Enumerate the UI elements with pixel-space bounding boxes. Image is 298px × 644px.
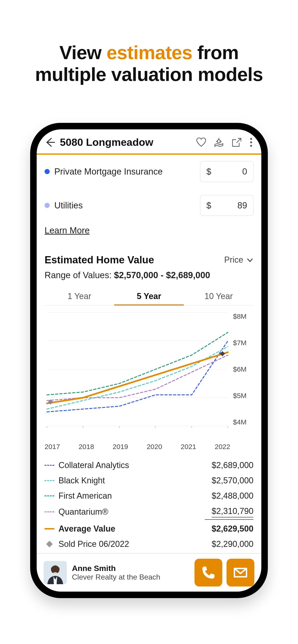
legend-value: $2,310,790 [212,506,253,518]
range-of-values: Range of Values: $2,570,000 - $2,689,000 [45,266,253,287]
time-range-tabs: 1 Year 5 Year 10 Year [45,287,253,306]
legend-row: First American$2,488,000 [45,488,253,504]
legend-row: Collateral Analytics$2,689,000 [45,458,253,473]
agent-name: Anne Smith [72,564,160,573]
agent-bar: Anne Smith Clever Realty at the Beach [37,553,261,592]
legend-name: Quantarium® [59,507,108,517]
label-pmi: Private Mortgage Insurance [54,167,163,177]
chart-area: $8M$7M$6M$5M$4M [45,306,253,440]
tab-10year[interactable]: 10 Year [184,287,253,305]
x-tick-label: 2020 [147,443,162,451]
x-tick-label: 2019 [113,443,128,451]
input-pmi[interactable]: $ 0 [200,161,253,182]
y-tick-label: $5M [233,392,253,400]
chevron-down-icon [246,256,253,263]
legend-swatch [45,496,54,496]
chart-legend: Collateral Analytics$2,689,000Black Knig… [45,458,253,552]
chart-y-labels: $8M$7M$6M$5M$4M [230,310,253,440]
learn-more-link[interactable]: Learn More [45,222,90,245]
agent-avatar[interactable] [44,561,67,584]
legend-name: Black Knight [59,476,105,486]
legend-swatch [45,528,54,530]
app-screen: 5080 Longmeadow Private Mortgage Insuran… [37,129,261,592]
agent-info: Anne Smith Clever Realty at the Beach [72,564,160,582]
legend-name: Average Value [59,524,115,534]
heart-icon[interactable] [196,137,207,148]
call-button[interactable] [194,559,222,586]
legend-swatch [45,465,54,466]
tab-5year[interactable]: 5 Year [114,287,184,305]
page-title: 5080 Longmeadow [60,136,153,148]
legend-value: $2,629,500 [212,524,253,534]
x-tick-label: 2022 [215,443,230,451]
section-header: Estimated Home Value Price [45,245,253,266]
chart-x-labels: 201720182019202020212022 [45,440,253,451]
legend-value: $2,290,000 [212,539,253,549]
legend-value: $2,488,000 [212,491,253,501]
legend-swatch [45,542,54,546]
share-icon[interactable] [231,137,242,148]
more-icon[interactable] [249,138,253,147]
legend-row: Black Knight$2,570,000 [45,473,253,488]
legend-row: Quantarium®$2,310,790 [45,504,253,520]
mail-icon [233,565,248,580]
email-button[interactable] [226,559,254,586]
legend-swatch [45,480,54,481]
input-utilities[interactable]: $ 89 [200,195,253,216]
y-tick-label: $7M [233,339,253,347]
phone-icon [201,565,216,580]
legend-name: Sold Price 06/2022 [59,539,129,549]
x-tick-label: 2021 [181,443,196,451]
legend-name: First American [59,491,112,501]
dot-utilities [45,203,50,208]
dot-pmi [45,169,50,174]
tab-1year[interactable]: 1 Year [45,287,114,305]
label-utilities: Utilities [54,200,83,210]
top-bar: 5080 Longmeadow [37,129,261,154]
section-title: Estimated Home Value [45,254,154,266]
legend-row: Sold Price 06/2022$2,290,000 [45,536,253,552]
chart-svg [45,310,230,440]
x-tick-label: 2018 [79,443,94,451]
marketing-headline: View estimates from multiple valuation m… [0,42,298,86]
cost-row-utilities: Utilities $ 89 [45,188,253,222]
phone-frame: 5080 Longmeadow Private Mortgage Insuran… [30,123,268,598]
hand-house-icon[interactable] [213,137,224,148]
legend-value: $2,570,000 [212,476,253,486]
y-tick-label: $8M [233,312,253,320]
x-tick-label: 2017 [45,443,60,451]
cost-row-pmi: Private Mortgage Insurance $ 0 [45,154,253,188]
y-tick-label: $4M [233,418,253,426]
agent-company: Clever Realty at the Beach [72,573,160,582]
back-icon[interactable] [45,137,56,148]
legend-value: $2,689,000 [212,460,253,470]
y-tick-label: $6M [233,365,253,373]
price-dropdown[interactable]: Price [224,255,253,265]
legend-swatch [45,512,54,512]
legend-row: Average Value$2,629,500 [45,521,253,536]
legend-name: Collateral Analytics [59,460,129,470]
